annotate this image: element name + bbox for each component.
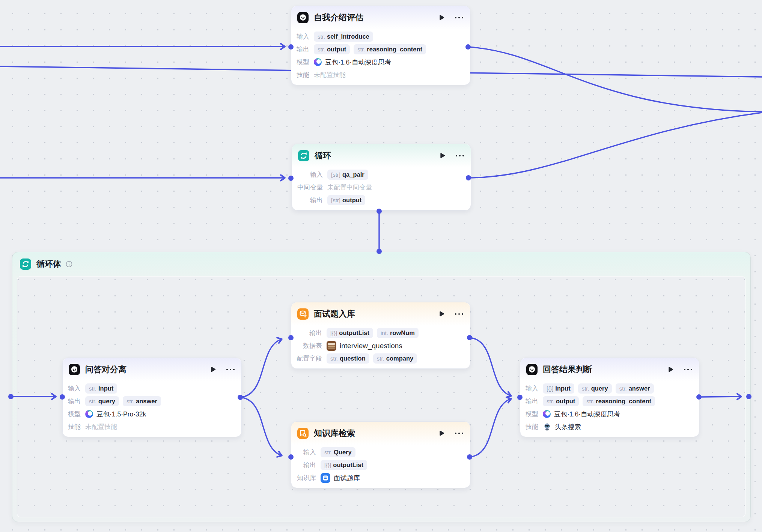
input-row: 输入 str.self_introduce [291,32,464,42]
param-type: str. [126,398,134,404]
more-options-button[interactable] [455,15,464,20]
param-name: query [98,398,115,405]
port-loop-out[interactable] [466,175,471,180]
param-name: qa_pair [342,171,364,178]
run-node-button[interactable] [668,367,673,373]
more-options-button[interactable] [455,431,464,436]
param-name: input [98,385,113,392]
row-label: 输出 [292,196,323,204]
row-label: 配置字段 [291,354,322,363]
loop-icon [20,258,31,270]
row-label: 输出 [291,329,322,337]
param-type: [str] [331,171,340,178]
port-loop-in[interactable] [288,176,294,181]
param-type: str. [318,33,325,40]
more-options-button[interactable] [226,367,235,372]
node-body: 输入 str.input 输出 str.query str.answer 模型 … [63,381,241,437]
node-title: 回答结果判断 [543,364,668,375]
knowledge-search-icon [297,428,309,439]
run-node-button[interactable] [439,311,444,317]
row-label: 技能 [520,422,538,431]
node-answer-judge[interactable]: 回答结果判断 输入 [{}]input str.query str.answer… [520,358,699,437]
port-kb-search-out[interactable] [467,454,472,460]
row-label: 输入 [291,448,316,457]
row-label: 模型 [291,58,309,66]
param-chip: str.query [578,383,612,394]
port-self-intro-out[interactable] [465,44,471,50]
info-icon[interactable] [66,261,72,268]
run-node-button[interactable] [439,15,444,21]
param-chip: str.output [314,44,350,54]
more-options-button[interactable] [684,367,693,372]
node-kb-search[interactable]: 知识库检索 输入 str.Query 输出 [{}]outputList [291,421,470,488]
node-title: 循环 [315,150,440,161]
param-type: str. [619,385,627,392]
param-chip: str.Query [321,447,355,457]
edge-answer-judge-to-body-edge[interactable] [702,397,741,397]
port-question-db-in[interactable] [288,335,294,340]
param-chip: int.rowNum [377,328,419,338]
model-name: 豆包·1.5·Pro·32k [96,410,146,419]
output-row: 输出 [{}]outputList int.rowNum [291,328,464,338]
input-row: 输入 [str]qa_pair [292,170,465,180]
port-qa-split-in[interactable] [60,394,65,400]
workflow-canvas[interactable]: 循环体 [0,0,762,532]
param-chip: [str]qa_pair [327,170,368,180]
more-options-button[interactable] [455,312,464,317]
dot-loop-body-top[interactable] [376,249,382,254]
node-body: 输入 [{}]input str.query str.answer 输出 str… [520,381,699,437]
param-type: str. [357,46,365,53]
skill-row: 技能 未配置技能 [63,422,235,432]
param-type: [str] [331,197,340,203]
param-chip: str.output [543,396,579,406]
param-chip: str.reasoning_content [583,396,655,406]
port-kb-search-in[interactable] [288,454,294,460]
kb-row: 知识库 面试题库 [291,473,464,483]
node-question-db[interactable]: 面试题入库 输出 [{}]outputList int.rowNum 数据表 [291,302,470,369]
port-qa-split-out[interactable] [238,395,243,400]
row-label: 技能 [63,422,81,431]
database-add-icon [297,308,309,320]
port-self-intro-in[interactable] [288,44,294,50]
knowledge-base-icon [321,473,330,483]
edge-self-intro-out[interactable] [468,47,762,112]
port-question-db-out[interactable] [467,335,472,340]
port-answer-judge-out[interactable] [696,394,702,400]
edge-loop-out[interactable] [468,113,762,178]
port-loop-bottom[interactable] [376,209,382,214]
node-title: 问答对分离 [85,364,210,375]
node-body: 输入 str.Query 输出 [{}]outputList 知识库 面试题库 [291,445,470,488]
toutiao-search-icon [543,422,551,431]
run-node-button[interactable] [210,367,216,373]
llm-icon [526,364,538,375]
param-name: company [386,355,413,362]
row-label: 输出 [63,397,81,406]
param-type: str. [586,398,594,404]
param-chip: str.reasoning_content [354,44,426,54]
more-options-button[interactable] [456,153,464,158]
param-type: int. [381,330,388,336]
run-node-button[interactable] [440,153,445,159]
param-type: str. [377,355,384,362]
skill-placeholder: 未配置技能 [85,422,117,431]
param-name: output [327,46,346,53]
dot-loop-body-right[interactable] [746,394,751,399]
dot-loop-body-left[interactable] [8,394,14,399]
node-qa-split[interactable]: 问答对分离 输入 str.input 输出 str.query str.answ… [62,358,242,437]
param-type: str. [318,46,325,53]
param-name: output [556,398,575,405]
model-row: 模型 豆包·1.5·Pro·32k [63,409,235,419]
param-name: rowNum [390,329,415,337]
param-name: outputList [333,461,363,469]
node-header: 问答对分离 [63,358,241,381]
row-label: 输入 [63,384,81,393]
input-row: 输入 str.Query [291,447,464,457]
param-type: str. [89,385,96,392]
node-loop[interactable]: 循环 输入 [str]qa_pair 中间变量 未配置中间变量 输出 [292,144,471,210]
node-self-intro[interactable]: 自我介绍评估 输入 str.self_introduce 输出 str.outp… [291,6,470,85]
param-chip: str.question [327,353,369,364]
run-node-button[interactable] [439,430,444,437]
port-answer-judge-in[interactable] [517,395,523,400]
node-header: 面试题入库 [291,302,470,326]
param-type: str. [330,355,338,362]
